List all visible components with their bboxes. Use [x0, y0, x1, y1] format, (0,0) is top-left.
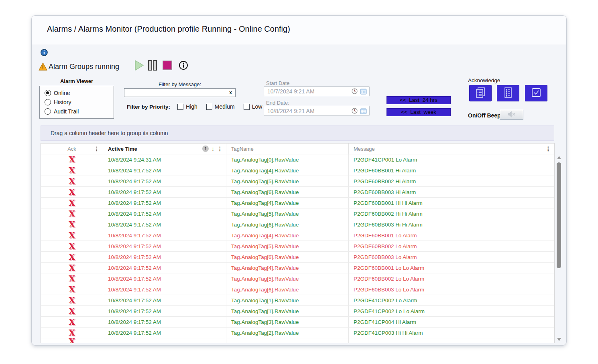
- active-time-column-menu-icon[interactable]: ⋮: [217, 146, 223, 152]
- ack-cell[interactable]: X: [41, 284, 103, 295]
- table-row[interactable]: X 10/8/2024 9:17:52 AM Tag.AnalogTag[4].…: [41, 165, 554, 176]
- radio-audit-trail-control[interactable]: [45, 108, 51, 115]
- table-row[interactable]: X 10/8/2024 9:17:52 AM Tag.AnalogTag[1].…: [41, 306, 554, 317]
- ack-cell[interactable]: X: [41, 219, 103, 230]
- table-row[interactable]: X 10/8/2024 9:17:52 AM Tag.AnalogTag[1].…: [41, 295, 554, 306]
- unacknowledged-icon[interactable]: X: [69, 188, 75, 196]
- pause-button[interactable]: [147, 60, 158, 72]
- clock-icon[interactable]: [352, 88, 358, 94]
- unacknowledged-icon[interactable]: X: [69, 285, 75, 293]
- ack-cell[interactable]: X: [41, 295, 103, 305]
- unacknowledged-icon[interactable]: X: [69, 307, 75, 315]
- acknowledge-all-pages-button[interactable]: [469, 85, 492, 101]
- ack-cell[interactable]: X: [41, 306, 103, 316]
- ack-cell[interactable]: X: [41, 328, 103, 338]
- ack-cell[interactable]: X: [41, 263, 103, 273]
- stop-button[interactable]: [162, 60, 173, 72]
- acknowledge-page-button[interactable]: [497, 85, 519, 101]
- ack-cell[interactable]: X: [41, 273, 103, 284]
- table-row[interactable]: X 10/8/2024 9:17:52 AM Tag.AnalogTag[5].…: [41, 176, 554, 187]
- unacknowledged-icon[interactable]: X: [69, 220, 75, 229]
- checkbox-medium-control[interactable]: [206, 104, 212, 110]
- start-date-input[interactable]: [264, 88, 352, 95]
- column-header-message[interactable]: Message ⋮: [349, 144, 554, 154]
- table-row[interactable]: X 10/8/2024 9:17:52 AM Tag.AnalogTag[2].…: [41, 328, 554, 338]
- table-row[interactable]: X 10/8/2024 9:17:52 AM Tag.AnalogTag[6].…: [41, 187, 554, 198]
- radio-online-label: Online: [54, 90, 70, 96]
- checkbox-low-label: Low: [252, 103, 262, 110]
- table-row[interactable]: X 10/8/2024 9:17:52 AM Tag.AnalogTag[6].…: [41, 219, 554, 230]
- table-row[interactable]: X 10/8/2024 9:17:52 AM Tag.AnalogTag[4].…: [41, 230, 554, 241]
- unacknowledged-icon[interactable]: X: [69, 210, 75, 218]
- ack-cell[interactable]: X: [41, 176, 103, 186]
- radio-online[interactable]: Online: [45, 90, 109, 96]
- table-row[interactable]: X 10/8/2024 9:17:52 AM Tag.AnalogTag[4].…: [41, 263, 554, 273]
- unacknowledged-icon[interactable]: X: [69, 166, 75, 174]
- unacknowledged-icon[interactable]: X: [69, 231, 75, 239]
- column-header-ack[interactable]: Ack ⋮: [41, 144, 103, 154]
- last-24-hrs-button[interactable]: << Last 24 hrs: [386, 96, 451, 104]
- play-button[interactable]: [134, 60, 144, 72]
- last-week-button[interactable]: << Last week: [386, 108, 451, 116]
- table-row-partial[interactable]: X: [41, 338, 554, 343]
- table-row[interactable]: X 10/8/2024 9:17:52 AM Tag.AnalogTag[6].…: [41, 252, 554, 263]
- table-row[interactable]: X 10/8/2024 9:17:52 AM Tag.AnalogTag[4].…: [41, 198, 554, 208]
- clear-filter-button[interactable]: x: [226, 90, 235, 95]
- ack-cell[interactable]: X: [41, 198, 103, 208]
- radio-online-control[interactable]: [45, 90, 51, 96]
- radio-history-control[interactable]: [45, 99, 51, 105]
- table-row[interactable]: X 10/8/2024 9:17:52 AM Tag.AnalogTag[5].…: [41, 273, 554, 284]
- table-row[interactable]: X 10/8/2024 9:24:31 AM Tag.AnalogTag[0].…: [41, 154, 554, 165]
- ack-cell[interactable]: X: [41, 230, 103, 241]
- unacknowledged-icon[interactable]: X: [69, 329, 75, 337]
- end-date-input[interactable]: [264, 108, 352, 114]
- ack-column-menu-icon[interactable]: ⋮: [94, 146, 100, 152]
- filter-by-message-input[interactable]: [124, 89, 226, 96]
- acknowledge-selected-button[interactable]: [525, 85, 547, 101]
- unacknowledged-icon[interactable]: X: [69, 253, 75, 261]
- unacknowledged-icon[interactable]: X: [69, 242, 75, 250]
- table-row[interactable]: X 10/8/2024 9:17:52 AM Tag.AnalogTag[5].…: [41, 208, 554, 219]
- unacknowledged-icon[interactable]: X: [69, 296, 75, 304]
- unacknowledged-icon[interactable]: X: [69, 199, 75, 207]
- ack-cell[interactable]: X: [41, 252, 103, 262]
- checkbox-low[interactable]: Low: [244, 103, 262, 110]
- unacknowledged-icon[interactable]: X: [69, 318, 75, 326]
- info-blue-icon[interactable]: [41, 49, 48, 56]
- checkbox-high-control[interactable]: [177, 104, 183, 110]
- ack-cell[interactable]: X: [41, 241, 103, 251]
- scroll-up-arrow-icon[interactable]: [557, 156, 561, 159]
- ack-cell[interactable]: X: [41, 154, 103, 165]
- radio-history[interactable]: History: [45, 99, 109, 105]
- group-by-bar[interactable]: Drag a column header here to group its c…: [41, 125, 554, 141]
- checkbox-low-control[interactable]: [244, 104, 250, 110]
- radio-audit-trail[interactable]: Audit Trail: [45, 108, 109, 115]
- ack-cell[interactable]: X: [41, 165, 103, 176]
- ack-cell[interactable]: X: [41, 187, 103, 197]
- calendar-icon[interactable]: [360, 88, 367, 95]
- table-row[interactable]: X 10/8/2024 9:17:52 AM Tag.AnalogTag[3].…: [41, 317, 554, 328]
- ack-cell[interactable]: X: [41, 208, 103, 219]
- scroll-down-arrow-icon[interactable]: [557, 338, 561, 341]
- table-row[interactable]: X 10/8/2024 9:17:52 AM Tag.AnalogTag[5].…: [41, 241, 554, 252]
- unacknowledged-icon[interactable]: X: [69, 156, 75, 164]
- scrollbar-thumb[interactable]: [557, 162, 561, 268]
- end-date-wrap: [264, 106, 370, 116]
- unacknowledged-icon[interactable]: X: [69, 177, 75, 185]
- vertical-scrollbar[interactable]: [556, 154, 562, 343]
- calendar-icon[interactable]: [360, 108, 367, 114]
- table-row[interactable]: X 10/8/2024 9:17:52 AM Tag.AnalogTag[6].…: [41, 284, 554, 295]
- unacknowledged-icon[interactable]: X: [69, 275, 75, 283]
- checkbox-medium[interactable]: Medium: [206, 103, 235, 110]
- beep-toggle-button[interactable]: [500, 110, 523, 120]
- ack-cell[interactable]: X: [41, 317, 103, 327]
- unacknowledged-icon[interactable]: X: [69, 338, 75, 343]
- column-header-active-time[interactable]: Active Time 1 ↓ ⋮: [103, 144, 226, 154]
- unacknowledged-icon[interactable]: X: [69, 264, 75, 272]
- info-circle-icon[interactable]: [179, 61, 188, 71]
- sort-arrow-icon[interactable]: ↓: [212, 146, 214, 152]
- message-column-menu-icon[interactable]: ⋮: [545, 146, 551, 152]
- column-header-tagname[interactable]: TagName ⋮: [226, 144, 349, 154]
- checkbox-high[interactable]: High: [177, 103, 197, 110]
- clock-icon[interactable]: [352, 108, 358, 114]
